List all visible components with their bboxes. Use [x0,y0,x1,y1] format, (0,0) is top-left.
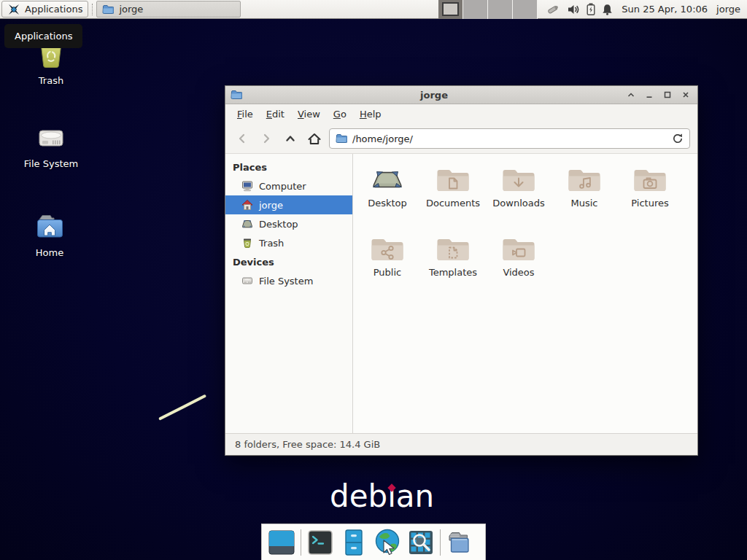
menu-edit[interactable]: Edit [260,106,291,122]
forward-button[interactable] [257,129,276,148]
folder-icon [102,4,114,15]
folder-documents[interactable]: Documents [420,163,486,233]
minimize-button[interactable] [644,90,654,100]
folder-templates[interactable]: Templates [420,233,486,302]
titlebar[interactable]: jorge [225,86,697,104]
menu-file[interactable]: File [231,106,260,122]
taskbar-window-label: jorge [119,4,143,15]
music-folder-icon [567,165,602,195]
debian-wordmark-post: an [396,478,434,514]
sidebar-item-label: Desktop [259,219,298,230]
desktop-pad-icon [241,218,253,230]
dock-separator [440,529,441,556]
folder-desktop[interactable]: Desktop [355,163,420,233]
folder-music[interactable]: Music [551,163,617,233]
folder-videos[interactable]: Videos [486,233,551,302]
applications-menu-label: Applications [25,4,82,15]
documents-folder-icon [436,165,471,195]
home-folder-icon [32,210,67,245]
window-controls [626,90,691,100]
maximize-button[interactable] [662,90,673,100]
workspace-1[interactable] [438,0,463,19]
top-panel: Applications jorge [0,0,747,19]
sidebar-header-places: Places [225,158,352,176]
close-button[interactable] [681,90,691,100]
taskbar-window-button[interactable]: jorge [96,1,241,18]
reload-icon[interactable] [672,133,684,144]
web-browser-globe-icon [372,527,403,558]
icon-view: Desktop Documents [353,154,697,433]
sidebar-item-label: Computer [259,181,306,192]
window-folder-icon [231,89,242,101]
folder-label: Public [374,267,401,278]
application-finder-icon [406,528,436,557]
path-bar[interactable]: /home/jorge/ [329,128,690,149]
home-button[interactable] [305,129,324,148]
sidebar-item-label: jorge [259,200,283,211]
sidebar-item-computer[interactable]: Computer [225,176,352,195]
battery-icon[interactable] [587,3,595,15]
dock-file-manager-button[interactable] [337,526,371,559]
toolbar: /home/jorge/ [225,124,697,154]
desktop-folder-icon [370,165,405,195]
clock[interactable]: Sun 25 Apr, 10:06 [622,4,708,15]
desktop-icon-file-system[interactable]: File System [16,121,86,169]
debian-wordmark-pre: deb [330,478,387,514]
dock-directory-menu-button[interactable] [443,526,476,559]
system-tray [546,3,613,15]
workspace-switcher [438,0,538,19]
sidebar-item-trash[interactable]: Trash [225,233,352,252]
volume-icon[interactable] [568,4,580,15]
path-input[interactable]: /home/jorge/ [352,133,667,144]
shade-button[interactable] [626,90,636,100]
folder-downloads[interactable]: Downloads [486,163,551,233]
templates-folder-icon [436,234,471,265]
folder-label: Pictures [631,198,668,209]
applications-menu-icon [7,3,20,16]
notifications-bell-icon[interactable] [602,4,613,15]
desktop-icon-label: Trash [39,75,63,86]
sidebar-item-jorge[interactable]: jorge [225,195,352,214]
dock-web-browser-button[interactable] [371,526,404,559]
window-title: jorge [242,90,626,101]
folder-pictures[interactable]: Pictures [617,163,683,233]
applications-tooltip-text: Applications [15,31,72,42]
window-content: Places Computer [225,154,697,433]
folder-label: Desktop [368,198,407,209]
user-menu[interactable]: jorge [716,4,740,15]
dock-show-desktop-button[interactable] [265,526,298,559]
workspace-4[interactable] [513,0,538,19]
trash-small-icon [241,237,253,249]
cursor-line-artifact [158,394,206,421]
desktop-screen: Applications jorge [0,0,747,560]
menu-go[interactable]: Go [327,106,353,122]
folder-public[interactable]: Public [355,233,420,302]
back-button[interactable] [233,129,252,148]
sidebar-header-devices: Devices [225,252,352,271]
panel-handle[interactable] [92,4,93,15]
menu-help[interactable]: Help [353,106,388,122]
dock-application-finder-button[interactable] [404,526,438,559]
pictures-folder-icon [632,165,667,195]
menubar: File Edit View Go Help [225,104,697,124]
dock-panel [261,524,486,560]
file-cabinet-icon [339,528,368,557]
workspace-2[interactable] [463,0,488,19]
sidebar-item-file-system[interactable]: File System [225,271,352,290]
applications-menu-button[interactable]: Applications [1,1,88,18]
downloads-folder-icon [501,165,536,195]
folder-label: Documents [426,198,480,209]
input-device-icon[interactable] [546,3,561,15]
desktop-icon-home[interactable]: Home [15,210,85,258]
sidebar-item-label: File System [259,276,313,287]
applications-tooltip: Applications [4,24,82,48]
up-button[interactable] [281,129,300,148]
sidebar-item-desktop[interactable]: Desktop [225,214,352,233]
desktop-icon-label: Home [36,247,63,258]
folder-label: Videos [503,267,534,278]
terminal-icon [306,528,335,557]
dock-terminal-button[interactable] [303,526,337,559]
menu-view[interactable]: View [291,106,327,122]
workspace-3[interactable] [488,0,513,19]
path-folder-icon [336,133,347,144]
